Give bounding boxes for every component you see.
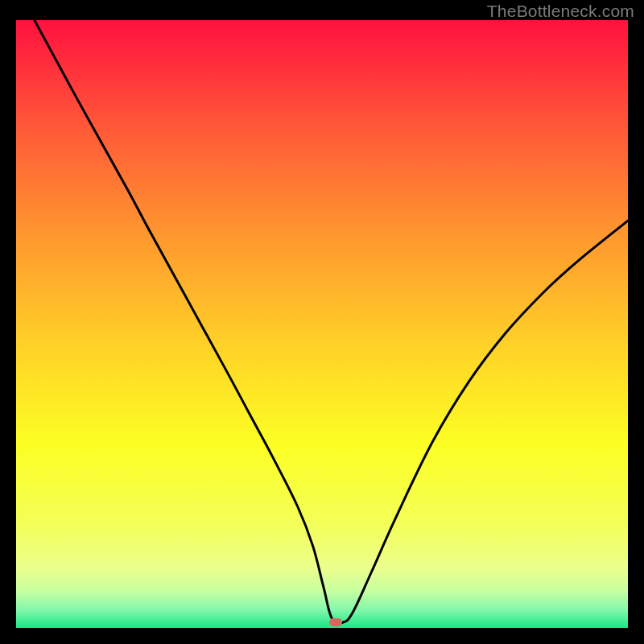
optimum-marker: [329, 618, 342, 626]
chart-frame: TheBottleneck.com: [0, 0, 644, 644]
bottleneck-curve: [16, 20, 628, 628]
curve-path: [35, 20, 628, 623]
watermark-text: TheBottleneck.com: [487, 2, 634, 21]
plot-area: [16, 20, 628, 628]
